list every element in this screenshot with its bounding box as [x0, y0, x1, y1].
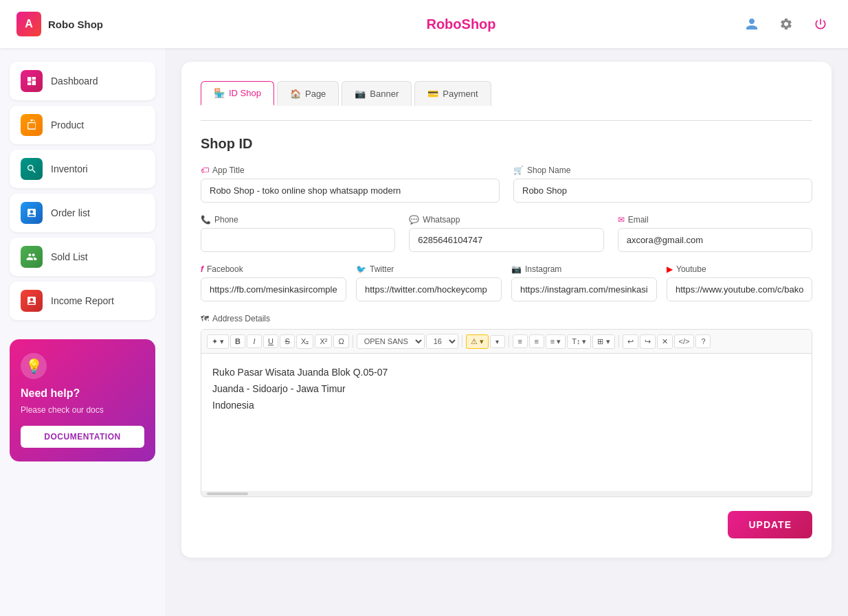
editor-scrollbar-bar [207, 492, 248, 495]
sidebar-item-product[interactable]: Product [10, 106, 155, 144]
editor-body[interactable]: Ruko Pasar Wisata Juanda Blok Q.05-07 Ju… [201, 354, 812, 491]
tab-id-shop[interactable]: 🏪 ID Shop [201, 81, 274, 106]
facebook-group: f Facebook [201, 264, 346, 301]
whatsapp-group: 💬 Whatsapp [409, 215, 603, 252]
twitter-group: 🐦 Twitter [356, 264, 502, 301]
toolbar-ul-btn[interactable]: ≡ [513, 334, 528, 348]
shop-name-input[interactable] [513, 179, 812, 203]
address-line-2: Juanda - Sidoarjo - Jawa Timur [212, 381, 801, 398]
help-bulb-icon: 💡 [21, 353, 47, 379]
sidebar-item-dashboard[interactable]: Dashboard [10, 62, 155, 100]
tabs-border [201, 120, 812, 121]
toolbar-sep-2 [462, 335, 462, 347]
payment-tab-label: Payment [443, 89, 478, 99]
toolbar-superscript-btn[interactable]: X² [315, 334, 332, 348]
twitter-label: 🐦 Twitter [356, 264, 502, 274]
whatsapp-label: 💬 Whatsapp [409, 215, 603, 225]
youtube-input[interactable] [667, 277, 812, 301]
sidebar-item-income-report[interactable]: Income Report [10, 282, 155, 320]
toolbar-sep-1 [353, 335, 353, 347]
toolbar-redo-btn[interactable]: ↪ [640, 334, 656, 349]
sidebar-item-sold-list[interactable]: Sold List [10, 238, 155, 276]
toolbar-align-btn[interactable]: ≡ ▾ [546, 334, 566, 349]
sidebar-label-inventori: Inventori [51, 163, 88, 174]
id-shop-tab-icon: 🏪 [214, 88, 225, 98]
toolbar-italic-btn[interactable]: I [247, 334, 262, 348]
product-icon [21, 114, 43, 136]
sidebar-label-sold-list: Sold List [51, 251, 88, 262]
toolbar-heading-btn[interactable]: T↕ ▾ [567, 334, 591, 349]
toolbar-underline-btn[interactable]: U [263, 334, 278, 348]
phone-label: 📞 Phone [201, 215, 395, 225]
banner-tab-label: Banner [370, 89, 399, 99]
toolbar-color-btn[interactable]: ▾ [490, 335, 505, 348]
shop-name-icon: 🛒 [513, 166, 524, 175]
font-family-select[interactable]: OPEN SANS [357, 334, 425, 349]
form-row-social: f Facebook 🐦 Twitter 📷 Instagram [201, 264, 812, 301]
form-row-2: 📞 Phone 💬 Whatsapp ✉ Email [201, 215, 812, 252]
app-title-input[interactable] [201, 179, 500, 203]
help-title: Need help? [21, 387, 80, 400]
tab-banner[interactable]: 📷 Banner [342, 81, 412, 106]
editor-container: ✦ ▾ B I U S X₂ X² Ω OPEN SANS 16 [201, 329, 812, 497]
gear-icon[interactable] [775, 13, 797, 35]
youtube-label: ▶ Youtube [667, 264, 812, 274]
documentation-button[interactable]: DOCUMENTATION [21, 426, 144, 448]
whatsapp-input[interactable] [409, 228, 603, 252]
help-subtitle: Please check our docs [21, 405, 104, 415]
page-tab-label: Page [305, 89, 326, 99]
power-icon[interactable] [810, 13, 832, 35]
instagram-input[interactable] [511, 277, 657, 301]
app-title-group: 🏷 App Title [201, 166, 500, 203]
tab-page[interactable]: 🏠 Page [277, 81, 339, 106]
shop-name-label: 🛒 Shop Name [513, 166, 812, 175]
toolbar-table-btn[interactable]: ⊞ ▾ [592, 334, 614, 349]
income-report-icon [21, 290, 43, 312]
phone-group: 📞 Phone [201, 215, 395, 252]
toolbar-sep-4 [618, 335, 619, 347]
address-label: 🗺 Address Details [201, 314, 812, 323]
sidebar-item-inventori[interactable]: Inventori [10, 150, 155, 188]
phone-input[interactable] [201, 228, 395, 252]
facebook-label: f Facebook [201, 264, 346, 274]
editor-scrollbar[interactable] [201, 491, 812, 497]
toolbar-subscript-btn[interactable]: X₂ [296, 334, 313, 349]
toolbar-formats-btn[interactable]: ✦ ▾ [207, 334, 229, 349]
facebook-input[interactable] [201, 277, 346, 301]
app-title-label: 🏷 App Title [201, 166, 500, 175]
toolbar-undo-btn[interactable]: ↩ [623, 334, 638, 349]
layout-body: Dashboard Product Inventori Order list S [0, 48, 848, 616]
payment-tab-icon: 💳 [427, 89, 438, 99]
banner-tab-icon: 📷 [355, 89, 366, 99]
instagram-label: 📷 Instagram [511, 264, 657, 274]
content-card: 🏪 ID Shop 🏠 Page 📷 Banner 💳 Payment [181, 62, 832, 558]
twitter-input[interactable] [356, 277, 502, 301]
font-size-select[interactable]: 16 [426, 334, 458, 349]
user-icon[interactable] [741, 13, 763, 35]
page-tab-icon: 🏠 [290, 89, 301, 99]
toolbar-clear-btn[interactable]: ✕ [657, 334, 673, 349]
update-row: UPDATE [201, 511, 812, 538]
toolbar-special-btn[interactable]: Ω [333, 334, 348, 348]
email-input[interactable] [618, 228, 812, 252]
tab-payment[interactable]: 💳 Payment [414, 81, 491, 106]
toolbar-source-btn[interactable]: </> [674, 334, 695, 348]
toolbar-strikethrough-btn[interactable]: S [280, 334, 295, 348]
sidebar-item-order-list[interactable]: Order list [10, 194, 155, 232]
main-content: 🏪 ID Shop 🏠 Page 📷 Banner 💳 Payment [165, 48, 848, 616]
toolbar-bold-btn[interactable]: B [230, 334, 245, 348]
youtube-group: ▶ Youtube [667, 264, 812, 301]
dashboard-icon [21, 70, 43, 92]
toolbar-warning-btn[interactable]: ⚠ ▾ [466, 334, 489, 349]
address-line-1: Ruko Pasar Wisata Juanda Blok Q.05-07 [212, 365, 801, 381]
sidebar: Dashboard Product Inventori Order list S [0, 48, 165, 616]
update-button[interactable]: UPDATE [728, 511, 812, 538]
sidebar-label-dashboard: Dashboard [51, 76, 98, 87]
order-list-icon [21, 202, 43, 224]
header-title: RoboShop [181, 16, 741, 32]
top-header: A Robo Shop RoboShop [0, 0, 848, 48]
header-icons [741, 13, 832, 35]
sold-list-icon [21, 246, 43, 268]
toolbar-ol-btn[interactable]: ≡ [529, 334, 544, 348]
toolbar-help-btn[interactable]: ? [695, 334, 711, 348]
